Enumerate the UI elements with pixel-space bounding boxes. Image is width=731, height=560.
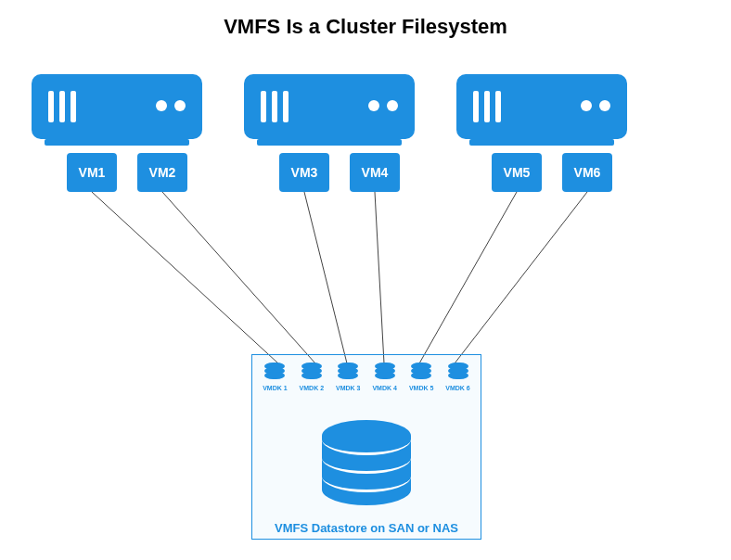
disk-icon <box>338 363 358 379</box>
vmdk-disk-3: VMDK 3 <box>334 363 362 391</box>
server-slots-icon <box>48 91 76 122</box>
server-leds-icon <box>581 100 610 111</box>
server-slots-icon <box>473 91 501 122</box>
vm-box-vm2: VM2 <box>137 153 187 192</box>
vmdk-label: VMDK 5 <box>409 385 433 391</box>
disk-icon <box>448 363 468 379</box>
vmdk-label: VMDK 6 <box>445 385 469 391</box>
vm-box-vm5: VM5 <box>492 153 542 192</box>
vmdk-disk-5: VMDK 5 <box>407 363 435 391</box>
host-server-2 <box>244 74 415 139</box>
vm-box-vm4: VM4 <box>350 153 400 192</box>
vmdk-label: VMDK 3 <box>336 385 360 391</box>
datastore-label: VMFS Datastore on SAN or NAS <box>252 521 481 535</box>
datastore-frame: VMDK 1 VMDK 2 VMDK 3 VMDK 4 VMDK 5 VMDK … <box>251 354 481 540</box>
vmdk-label: VMDK 1 <box>263 385 287 391</box>
vmdk-disk-4: VMDK 4 <box>371 363 399 391</box>
vmdk-disk-2: VMDK 2 <box>298 363 326 391</box>
vmdk-disk-6: VMDK 6 <box>444 363 472 391</box>
svg-line-2 <box>304 192 347 363</box>
vmdk-label: VMDK 4 <box>372 385 396 391</box>
vmdk-label: VMDK 2 <box>300 385 324 391</box>
disk-icon <box>264 363 285 379</box>
host-server-3 <box>456 74 627 139</box>
svg-line-4 <box>419 192 517 363</box>
disk-icon <box>411 363 431 379</box>
svg-line-3 <box>375 192 384 363</box>
svg-line-1 <box>162 192 315 363</box>
svg-line-0 <box>92 192 278 363</box>
server-slots-icon <box>261 91 289 122</box>
datastore-disk-icon <box>322 420 411 505</box>
disk-icon <box>301 363 322 379</box>
diagram-title: VMFS Is a Cluster Filesystem <box>0 15 731 39</box>
vmdk-row: VMDK 1 VMDK 2 VMDK 3 VMDK 4 VMDK 5 VMDK … <box>252 363 481 391</box>
svg-line-5 <box>455 192 587 363</box>
disk-icon <box>375 363 395 379</box>
server-leds-icon <box>156 100 186 111</box>
server-leds-icon <box>368 100 398 111</box>
vm-box-vm1: VM1 <box>67 153 117 192</box>
vm-box-vm6: VM6 <box>562 153 612 192</box>
vmdk-disk-1: VMDK 1 <box>261 363 289 391</box>
host-server-1 <box>32 74 202 139</box>
vm-box-vm3: VM3 <box>279 153 329 192</box>
